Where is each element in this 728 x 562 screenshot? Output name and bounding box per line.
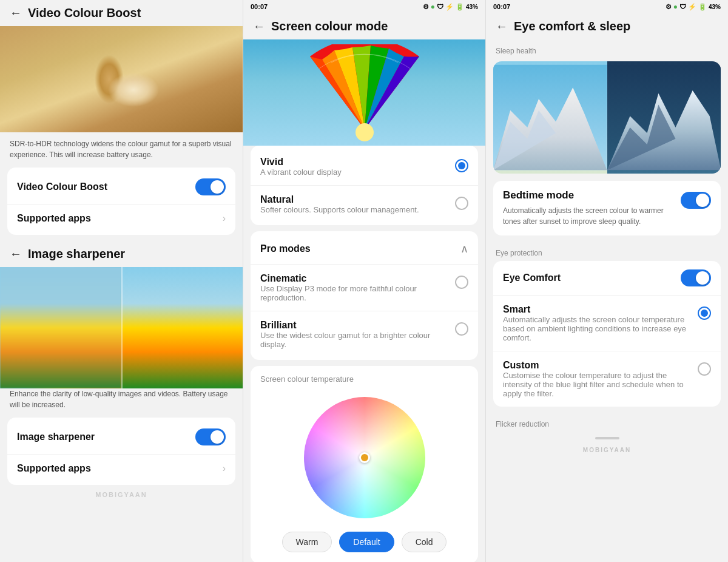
natural-row[interactable]: Natural Softer colours. Supports colour … <box>251 185 478 223</box>
signal-icon-3: ● <box>673 2 678 11</box>
shell-hero-image <box>0 26 243 132</box>
smart-radio-inner <box>701 310 708 317</box>
eye-comfort-row: Eye Comfort <box>493 261 721 295</box>
colour-mode-card: Vivid A vibrant colour display Natural S… <box>251 146 478 225</box>
natural-radio[interactable] <box>455 197 468 210</box>
image-sharpener-card: Image sharpener Supported apps › <box>7 418 235 485</box>
eye-protection-card: Eye Comfort Smart Automatically adjusts … <box>493 261 721 407</box>
mountain-day-svg <box>493 61 607 174</box>
image-sharpener-header: ← Image sharpener <box>0 241 243 267</box>
mountain-night-svg <box>607 61 721 174</box>
kite-svg <box>304 44 425 141</box>
vivid-content: Vivid A vibrant colour display <box>260 157 448 177</box>
supported-apps-label: Supported apps <box>17 213 91 224</box>
video-colour-boost-label: Video Colour Boost <box>17 181 107 192</box>
image-sharpener-row: Image sharpener <box>7 420 235 454</box>
colour-temp-label: Screen colour temperature <box>260 374 468 384</box>
panel1-scroll: SDR-to-HDR technology widens the colour … <box>0 26 243 562</box>
watermark1: MOBIGYAAN <box>0 491 243 498</box>
default-button[interactable]: Default <box>339 532 394 552</box>
sunflower-left <box>0 267 121 388</box>
vivid-desc: A vibrant colour display <box>260 168 448 177</box>
image-sharpener-back-button[interactable]: ← <box>10 247 22 261</box>
sleep-night-side: 🌙 <box>607 61 721 174</box>
custom-row[interactable]: Custom Customise the colour temperature … <box>493 351 721 407</box>
supported-apps2-row[interactable]: Supported apps › <box>7 454 235 482</box>
video-colour-boost-card: Video Colour Boost Supported apps › <box>7 168 235 235</box>
cold-button[interactable]: Cold <box>402 532 447 552</box>
panel-video-colour-boost: ← Video Colour Boost SDR-to-HDR technolo… <box>0 0 243 562</box>
eye-comfort-toggle[interactable] <box>681 269 711 286</box>
vivid-radio-inner <box>458 162 465 169</box>
image-sharpener-description: Enhance the clarity of low-quality image… <box>0 388 243 418</box>
battery-icon-2: 🔋 <box>456 3 464 11</box>
image-sharpener-title: Image sharpener <box>28 247 125 261</box>
pro-modes-card: Pro modes ∧ Cinematic Use Display P3 mod… <box>251 231 478 360</box>
smart-desc: Automatically adjusts the screen colour … <box>503 315 690 342</box>
bluetooth-icon-3: ⚡ <box>688 3 696 11</box>
status-bar-2: 00:07 ⚙ ● 🛡 ⚡ 🔋 43% <box>243 0 485 13</box>
brilliant-desc: Use the widest colour gamut for a bright… <box>260 331 448 349</box>
image-split-line <box>121 267 123 388</box>
smart-radio[interactable] <box>698 306 711 320</box>
settings-icon-3: ⚙ <box>666 3 672 11</box>
warm-button[interactable]: Warm <box>282 532 332 552</box>
brilliant-radio[interactable] <box>455 322 468 336</box>
back-button[interactable]: ← <box>10 6 22 20</box>
eye-comfort-label: Eye Comfort <box>503 273 561 283</box>
bedtime-toggle[interactable] <box>681 192 711 209</box>
sunflower-hero-image <box>0 267 243 388</box>
natural-desc: Softer colours. Supports colour manageme… <box>260 205 448 214</box>
chevron-up-icon: ∧ <box>460 242 468 256</box>
custom-radio[interactable] <box>698 362 711 376</box>
colour-dot <box>359 452 370 463</box>
natural-label: Natural <box>260 194 448 205</box>
temp-buttons: Warm Default Cold <box>260 524 468 555</box>
smart-content: Smart Automatically adjusts the screen c… <box>503 304 690 342</box>
panel2-scroll: Vivid A vibrant colour display Natural S… <box>243 39 485 562</box>
kite-hero-image <box>243 39 485 146</box>
battery-icon-3: 🔋 <box>698 3 707 11</box>
status-time-2: 00:07 <box>251 3 268 10</box>
panel2-title: Screen colour mode <box>271 19 388 33</box>
cinematic-row[interactable]: Cinematic Use Display P3 mode for more f… <box>251 264 478 311</box>
vivid-label: Vivid <box>260 157 448 168</box>
pro-modes-label: Pro modes <box>260 243 311 254</box>
eye-protection-label: Eye protection <box>486 242 728 261</box>
cinematic-desc: Use Display P3 mode for more faithful co… <box>260 284 448 302</box>
image-sharpener-label: Image sharpener <box>17 432 95 442</box>
vivid-radio[interactable] <box>455 159 468 172</box>
back-button-2[interactable]: ← <box>253 19 265 33</box>
flicker-label: Flicker reduction <box>486 413 728 432</box>
settings-icon-2: ⚙ <box>423 3 429 11</box>
sleep-hero-image: ☀️ <box>493 61 721 174</box>
status-icons-3: ⚙ ● 🛡 ⚡ 🔋 43% <box>666 2 721 11</box>
panel-eye-comfort: 00:07 ⚙ ● 🛡 ⚡ 🔋 43% ← Eye comfort & slee… <box>485 0 728 562</box>
battery-text-3: 43% <box>709 4 721 10</box>
image-sharpener-toggle[interactable] <box>195 428 226 445</box>
status-time-3: 00:07 <box>493 3 510 10</box>
smart-row[interactable]: Smart Automatically adjusts the screen c… <box>493 295 721 351</box>
custom-label: Custom <box>503 360 690 371</box>
pro-modes-header[interactable]: Pro modes ∧ <box>251 234 478 264</box>
brilliant-row[interactable]: Brilliant Use the widest colour gamut fo… <box>251 311 478 357</box>
panel-screen-colour-mode: 00:07 ⚙ ● 🛡 ⚡ 🔋 43% ← Screen colour mode <box>243 0 485 562</box>
cinematic-content: Cinematic Use Display P3 mode for more f… <box>260 273 448 302</box>
bluetooth-icon-2: ⚡ <box>445 3 454 11</box>
brilliant-label: Brilliant <box>260 320 448 331</box>
video-colour-boost-toggle[interactable] <box>195 178 226 195</box>
vivid-row[interactable]: Vivid A vibrant colour display <box>251 148 478 185</box>
custom-desc: Customise the colour temperature to adju… <box>503 371 690 398</box>
smart-label: Smart <box>503 304 690 315</box>
sunflower-right <box>121 267 243 388</box>
bedtime-mode-card: Bedtime mode Automatically adjusts the s… <box>493 181 721 235</box>
bedtime-mode-desc: Automatically adjusts the screen colour … <box>503 205 673 227</box>
watermark3: MOBIGYAAN <box>486 444 728 456</box>
supported-apps-right: › <box>223 213 226 224</box>
cinematic-radio[interactable] <box>455 276 468 289</box>
colour-wheel[interactable] <box>304 397 425 518</box>
supported-apps-row[interactable]: Supported apps › <box>7 204 235 232</box>
back-button-3[interactable]: ← <box>496 19 508 33</box>
cinematic-label: Cinematic <box>260 273 448 284</box>
custom-content: Custom Customise the colour temperature … <box>503 360 690 398</box>
